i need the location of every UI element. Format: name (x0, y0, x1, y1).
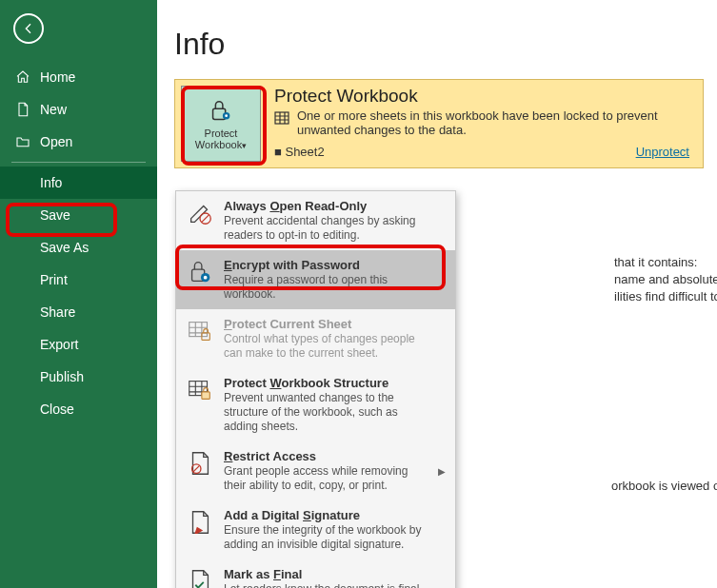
new-doc-icon (15, 102, 30, 117)
menu-item-restrict-access[interactable]: Restrict Access Grant people access whil… (176, 441, 455, 500)
sidebar-item-close[interactable]: Close (0, 393, 157, 425)
bg-text-fragment: ilities find difficult to read (614, 289, 717, 304)
menu-item-desc: Require a password to open this workbook… (224, 273, 428, 302)
sidebar-item-label: New (40, 102, 67, 117)
menu-item-desc: Prevent accidental changes by asking rea… (224, 214, 428, 243)
sidebar-list: Home New Open Info Save Save As Print (0, 61, 157, 425)
sidebar-item-export[interactable]: Export (0, 328, 157, 361)
protect-structure-icon (186, 376, 214, 404)
menu-item-title: Mark as Final (224, 567, 446, 581)
back-button[interactable] (13, 13, 44, 44)
sidebar-item-publish[interactable]: Publish (0, 361, 157, 393)
panel-desc: One or more sheets in this workbook have… (297, 108, 693, 137)
backstage-sidebar: Home New Open Info Save Save As Print (0, 0, 157, 588)
sidebar-item-new[interactable]: New (0, 93, 157, 126)
menu-item-desc: Ensure the integrity of the workbook by … (224, 523, 428, 552)
menu-item-title: Encrypt with Password (224, 258, 446, 272)
menu-item-encrypt-password[interactable]: Encrypt with Password Require a password… (176, 250, 455, 309)
sidebar-item-label: Open (40, 134, 72, 149)
menu-item-desc: Prevent unwanted changes to the structur… (224, 391, 428, 434)
menu-item-digital-signature[interactable]: Add a Digital Signature Ensure the integ… (176, 500, 455, 559)
sidebar-item-saveas[interactable]: Save As (0, 231, 157, 264)
sidebar-item-label: Share (40, 304, 75, 320)
svg-rect-11 (202, 392, 209, 400)
sidebar-item-label: Publish (40, 369, 84, 384)
sidebar-item-open[interactable]: Open (0, 126, 157, 158)
menu-item-desc: Let readers know the document is final. (224, 582, 428, 588)
protect-workbook-dropdown: Always Open Read-Only Prevent accidental… (175, 190, 456, 588)
sidebar-item-label: Save (40, 207, 70, 223)
sidebar-item-label: Save As (40, 240, 89, 255)
sidebar-item-label: Home (40, 69, 75, 85)
protect-workbook-button[interactable]: Protect Workbook▾ (181, 86, 261, 162)
bg-text-fragment: that it contains: (614, 255, 697, 269)
unprotect-link[interactable]: Unprotect (636, 145, 689, 159)
sidebar-item-label: Print (40, 272, 68, 287)
menu-item-mark-final[interactable]: Mark as Final Let readers know the docum… (176, 559, 455, 588)
final-icon (186, 567, 214, 588)
readonly-icon (186, 199, 214, 227)
chevron-down-icon: ▾ (242, 141, 247, 150)
menu-item-always-open-readonly[interactable]: Always Open Read-Only Prevent accidental… (176, 191, 455, 250)
sidebar-item-label: Export (40, 337, 78, 352)
menu-item-title: Restrict Access (224, 449, 428, 463)
submenu-arrow-icon: ▶ (438, 466, 446, 477)
encrypt-icon (186, 258, 214, 286)
menu-item-title: Protect Current Sheet (224, 317, 446, 331)
sidebar-divider (11, 162, 146, 163)
protect-sheet-icon (186, 317, 214, 345)
button-label-line1: Protect (205, 127, 238, 139)
folder-icon (15, 134, 30, 149)
panel-title: Protect Workbook (274, 86, 693, 107)
sidebar-item-label: Close (40, 402, 74, 417)
svg-point-2 (225, 114, 228, 117)
svg-rect-3 (275, 112, 289, 124)
protect-workbook-panel: Protect Workbook▾ Protect Workbook One o… (174, 79, 704, 168)
svg-point-7 (204, 276, 208, 280)
menu-item-title: Always Open Read-Only (224, 199, 446, 213)
button-label-line2: Workbook (195, 139, 242, 150)
bg-text-fragment: orkbook is viewed on the Web. (611, 479, 717, 493)
back-arrow-icon (21, 21, 36, 36)
menu-item-title: Add a Digital Signature (224, 508, 446, 522)
locked-sheet-name: ■ Sheet2 (274, 145, 325, 159)
menu-item-title: Protect Workbook Structure (224, 376, 446, 390)
menu-item-desc: Grant people access while removing their… (224, 464, 428, 493)
sidebar-item-info[interactable]: Info (0, 167, 157, 199)
bg-text-fragment: name and absolute path (614, 272, 717, 286)
signature-icon (186, 508, 214, 537)
sidebar-item-label: Info (40, 175, 62, 190)
lock-key-icon (207, 97, 235, 124)
sidebar-item-share[interactable]: Share (0, 296, 157, 328)
sheet-table-icon (274, 111, 289, 125)
menu-item-protect-sheet[interactable]: Protect Current Sheet Control what types… (176, 309, 455, 368)
menu-item-desc: Control what types of changes people can… (224, 332, 428, 361)
page-title: Info (174, 27, 717, 62)
restrict-icon (186, 449, 214, 478)
sidebar-item-print[interactable]: Print (0, 264, 157, 296)
menu-item-protect-structure[interactable]: Protect Workbook Structure Prevent unwan… (176, 368, 455, 441)
sidebar-item-save[interactable]: Save (0, 199, 157, 231)
home-icon (15, 69, 30, 85)
sidebar-item-home[interactable]: Home (0, 61, 157, 93)
